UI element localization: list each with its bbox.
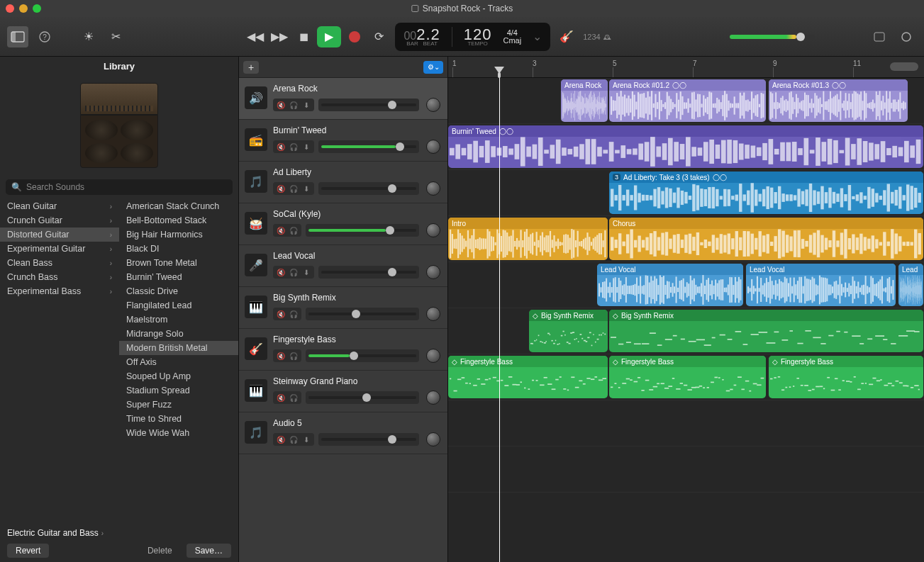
mute-icon[interactable]: 🔇 xyxy=(276,393,286,403)
mute-icon[interactable]: 🔇 xyxy=(276,434,286,444)
track-header[interactable]: 🔊Arena Rock🔇🎧⬇ xyxy=(239,78,447,120)
track-header-config-button[interactable]: ⚙⌄ xyxy=(423,61,443,74)
timeline-ruler[interactable]: 1357911 xyxy=(448,57,924,78)
input-icon[interactable]: ⬇ xyxy=(301,100,311,110)
headphone-icon[interactable]: 🎧 xyxy=(289,225,299,235)
notepad-button[interactable] xyxy=(869,26,890,47)
track-lane[interactable]: Arena RockArena Rock #01.2◯◯Arena Rock #… xyxy=(448,78,924,124)
region[interactable]: ◇Big Synth Remix xyxy=(529,310,608,352)
library-path[interactable]: Electric Guitar and Bass› xyxy=(7,528,231,538)
track-pan-knob[interactable] xyxy=(426,307,440,321)
library-item[interactable]: Big Hair Harmonics xyxy=(119,227,238,242)
quick-help-button[interactable]: ? xyxy=(34,26,55,47)
library-item[interactable]: Brown Tone Metal xyxy=(119,256,238,270)
region[interactable]: 3Ad Liberty: Take 3 (3 takes)◯◯ xyxy=(609,172,923,214)
zoom-window-button[interactable] xyxy=(33,4,41,13)
library-item[interactable]: Burnin' Tweed xyxy=(119,270,238,284)
save-button[interactable]: Save… xyxy=(187,544,231,558)
track-volume-slider[interactable] xyxy=(318,266,419,279)
input-icon[interactable]: ⬇ xyxy=(301,184,311,193)
search-input[interactable]: 🔍 Search Sounds xyxy=(6,179,233,195)
mute-icon[interactable]: 🔇 xyxy=(276,351,286,361)
library-item[interactable]: Distorted Guitar› xyxy=(0,227,119,242)
headphone-icon[interactable]: 🎧 xyxy=(289,393,299,403)
headphone-icon[interactable]: 🎧 xyxy=(289,351,299,361)
track-volume-slider[interactable] xyxy=(318,140,419,153)
track-header[interactable]: 📻Burnin' Tweed🔇🎧⬇ xyxy=(239,120,447,162)
settings-icon[interactable]: ☀ xyxy=(78,26,99,47)
track-header[interactable]: 🎤Lead Vocal🔇🎧⬇ xyxy=(239,245,447,287)
play-button[interactable]: ▶ xyxy=(317,26,341,47)
track-volume-slider[interactable] xyxy=(318,433,419,446)
mute-icon[interactable]: 🔇 xyxy=(276,100,286,110)
mute-icon[interactable]: 🔇 xyxy=(276,225,286,235)
region[interactable]: Chorus xyxy=(609,218,923,260)
master-volume-slider[interactable] xyxy=(730,35,815,39)
track-header[interactable]: 🎵Ad Liberty🔇🎧⬇ xyxy=(239,162,447,203)
headphone-icon[interactable]: 🎧 xyxy=(289,100,299,110)
track-pan-knob[interactable] xyxy=(426,98,440,112)
lcd-display[interactable]: 002.2 BAR BEAT 120 TEMPO 4/4 Cmaj ⌄ xyxy=(395,23,550,51)
region[interactable]: Arena Rock #01.3◯◯ xyxy=(769,79,908,122)
input-icon[interactable]: ⬇ xyxy=(301,142,311,152)
track-volume-slider[interactable] xyxy=(318,99,419,111)
track-volume-slider[interactable] xyxy=(306,224,419,237)
library-item[interactable]: Classic Drive xyxy=(119,284,238,298)
track-lane[interactable]: 3Ad Liberty: Take 3 (3 takes)◯◯ xyxy=(448,170,924,216)
track-header[interactable]: 🥁SoCal (Kyle)🔇🎧 xyxy=(239,203,447,245)
library-item[interactable]: Stadium Spread xyxy=(119,383,238,398)
library-item[interactable]: Crunch Bass› xyxy=(0,270,119,284)
revert-button[interactable]: Revert xyxy=(7,544,49,558)
track-pan-knob[interactable] xyxy=(426,181,440,196)
track-volume-slider[interactable] xyxy=(306,308,419,320)
track-lane[interactable]: IntroChorus xyxy=(448,216,924,262)
track-volume-slider[interactable] xyxy=(306,349,419,362)
rewind-button[interactable]: ◀◀ xyxy=(245,26,266,47)
track-pan-knob[interactable] xyxy=(426,432,440,446)
region[interactable]: ◇Big Synth Remix xyxy=(609,310,923,352)
arrangement-area[interactable]: 1357911 Arena RockArena Rock #01.2◯◯Aren… xyxy=(448,57,924,562)
library-item[interactable]: Experimental Bass› xyxy=(0,284,119,298)
library-patch-list[interactable]: American Stack CrunchBell-Bottomed Stack… xyxy=(119,199,238,524)
track-header[interactable]: 🎵Audio 5🔇🎧⬇ xyxy=(239,412,447,454)
headphone-icon[interactable]: 🎧 xyxy=(289,267,299,277)
headphone-icon[interactable]: 🎧 xyxy=(289,434,299,444)
region[interactable]: ◇Fingerstyle Bass xyxy=(609,356,766,398)
library-item[interactable]: American Stack Crunch xyxy=(119,199,238,213)
track-lane[interactable]: Lead VocalLead VocalLead xyxy=(448,262,924,308)
mute-icon[interactable]: 🔇 xyxy=(276,184,286,193)
library-item[interactable]: Souped Up Amp xyxy=(119,369,238,383)
region[interactable]: Lead Vocal xyxy=(597,264,743,306)
library-toggle-button[interactable] xyxy=(7,26,28,47)
record-button[interactable] xyxy=(344,26,365,47)
add-track-button[interactable]: + xyxy=(243,61,259,74)
forward-button[interactable]: ▶▶ xyxy=(269,26,290,47)
track-volume-slider[interactable] xyxy=(318,182,419,195)
library-item[interactable]: Experimental Guitar› xyxy=(0,242,119,256)
library-item[interactable]: Clean Bass› xyxy=(0,256,119,270)
playhead[interactable] xyxy=(499,67,500,562)
library-item[interactable]: Crunch Guitar› xyxy=(0,213,119,227)
loops-button[interactable] xyxy=(896,26,917,47)
library-item[interactable]: Black DI xyxy=(119,242,238,256)
library-item[interactable]: Maelstrom xyxy=(119,313,238,327)
track-lane[interactable]: ◇Big Synth Remix◇Big Synth Remix xyxy=(448,308,924,354)
metronome-icon[interactable]: 🕰 xyxy=(603,33,611,41)
delete-button[interactable]: Delete xyxy=(139,544,181,558)
library-item[interactable]: Bell-Bottomed Stack xyxy=(119,213,238,227)
region[interactable]: Arena Rock #01.2◯◯ xyxy=(609,79,766,122)
mute-icon[interactable]: 🔇 xyxy=(276,267,286,277)
horizontal-zoom-thumb[interactable] xyxy=(890,62,918,71)
mute-icon[interactable]: 🔇 xyxy=(276,142,286,152)
input-icon[interactable]: ⬇ xyxy=(301,434,311,444)
library-item[interactable]: Off Axis xyxy=(119,355,238,369)
region[interactable]: Burnin' Tweed◯◯ xyxy=(448,125,923,168)
library-item[interactable]: Wide Wide Wah xyxy=(119,426,238,440)
track-header[interactable]: 🎹Steinway Grand Piano🔇🎧 xyxy=(239,371,447,412)
track-pan-knob[interactable] xyxy=(426,140,440,154)
input-icon[interactable]: ⬇ xyxy=(301,267,311,277)
headphone-icon[interactable]: 🎧 xyxy=(289,142,299,152)
region[interactable]: Lead Vocal xyxy=(746,264,896,306)
track-volume-slider[interactable] xyxy=(306,391,419,404)
track-pan-knob[interactable] xyxy=(426,265,440,279)
